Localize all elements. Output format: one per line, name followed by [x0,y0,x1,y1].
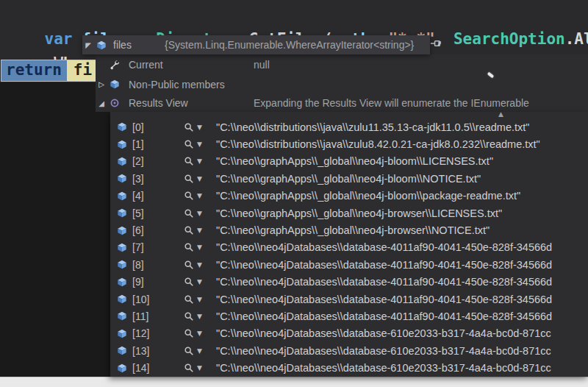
item-value: "C:\\neo\\neo4jDatabases\\database-610e2… [216,345,551,357]
results-list-item[interactable]: [12] ▼"C:\\neo\\neo4jDatabases\\database… [110,325,588,342]
member-label: Current [129,59,163,71]
code-line-3-selection: return fi [1,60,106,82]
results-list-item[interactable]: [1] ▼"C:\\neo\\distributions\\java\\zulu… [110,135,588,152]
results-list-item[interactable]: [4] ▼"C:\\neo\\graphApps\\_global\\neo4j… [110,188,588,205]
text-visualizer-button[interactable]: ▼ [184,346,210,356]
text-visualizer-button[interactable]: ▼ [184,122,210,132]
item-index: [2] [129,155,165,167]
results-list-item[interactable]: [9] ▼"C:\\neo\\neo4jDatabases\\database-… [110,274,588,291]
code-token: .Al [565,30,588,48]
results-view-icon-cell [107,98,122,108]
magnifier-icon[interactable] [184,174,194,184]
text-visualizer-button[interactable]: ▼ [184,242,210,252]
magnifier-icon[interactable] [184,277,194,287]
text-visualizer-button[interactable]: ▼ [184,156,210,166]
magnifier-icon[interactable] [184,311,194,322]
variable-value: {System.Linq.Enumerable.WhereArrayIterat… [165,39,428,51]
text-visualizer-button[interactable]: ▼ [184,311,210,322]
results-list-item[interactable]: [5] ▼"C:\\neo\\graphApps\\_global\\neo4j… [110,205,588,221]
visualizer-dropdown-caret[interactable]: ▼ [197,157,202,165]
magnifier-icon[interactable] [184,122,194,132]
visualizer-dropdown-caret[interactable]: ▼ [197,175,202,182]
magnifier-icon[interactable] [184,225,194,235]
item-index: [8] [129,259,165,271]
visualizer-dropdown-caret[interactable]: ▼ [197,192,202,199]
visualizer-dropdown-caret[interactable]: ▼ [197,124,202,131]
item-value: "C:\\neo\\graphApps\\_global\\neo4j-bloo… [216,190,520,202]
item-index: [14] [129,362,165,374]
variable-cube-icon [117,140,127,149]
item-cube-icon-cell [115,363,129,373]
member-value: null [254,59,577,71]
visualizer-dropdown-caret[interactable]: ▼ [197,330,202,337]
results-list-item[interactable]: [2] ▼"C:\\neo\\graphApps\\_global\\neo4j… [110,153,588,170]
variable-cube-icon [117,311,127,321]
item-index: [11] [129,310,165,322]
item-cube-icon-cell [115,243,129,252]
visualizer-dropdown-caret[interactable]: ▼ [197,210,202,217]
results-list-item[interactable]: [7] ▼"C:\\neo\\neo4jDatabases\\database-… [110,239,588,256]
visualizer-dropdown-caret[interactable]: ▼ [197,261,202,269]
magnifier-icon[interactable] [184,139,194,149]
magnifier-icon[interactable] [184,242,194,252]
magnifier-icon[interactable] [184,208,194,219]
results-list-item[interactable]: [11] ▼"C:\\neo\\neo4jDatabases\\database… [110,308,588,324]
visualizer-dropdown-caret[interactable]: ▼ [197,313,202,320]
magnifier-icon[interactable] [184,346,194,356]
visualizer-dropdown-caret[interactable]: ▼ [197,227,202,234]
item-index: [1] [129,138,165,150]
variable-cube-icon [110,79,120,89]
results-list-item[interactable]: [10] ▼"C:\\neo\\neo4jDatabases\\database… [110,291,588,308]
selected-keyword-return: return [1,60,67,81]
magnifier-icon[interactable] [184,294,194,305]
visualizer-dropdown-caret[interactable]: ▼ [197,244,202,251]
visualizer-dropdown-caret[interactable]: ▼ [197,364,202,372]
magnifier-icon[interactable] [184,363,194,373]
text-visualizer-button[interactable]: ▼ [184,260,210,270]
item-value: "C:\\neo\\neo4jDatabases\\database-610e2… [216,362,551,374]
scroll-up-arrow[interactable]: ▲ [498,112,503,118]
results-list-item[interactable]: [6] ▼"C:\\neo\\graphApps\\_global\\neo4j… [110,221,588,238]
text-visualizer-button[interactable]: ▼ [184,174,210,184]
results-list-item[interactable]: [14] ▼"C:\\neo\\neo4jDatabases\\database… [110,359,588,376]
magnifier-icon[interactable] [184,260,194,270]
text-visualizer-button[interactable]: ▼ [184,277,210,287]
collapse-triangle-icon[interactable]: ◤ [82,41,94,49]
visualizer-dropdown-caret[interactable]: ▼ [197,296,202,303]
results-list-item[interactable]: [0] ▼"C:\\neo\\distributions\\java\\zulu… [110,118,588,135]
magnifier-icon[interactable] [184,328,194,338]
results-list-item[interactable]: [13] ▼"C:\\neo\\neo4jDatabases\\database… [110,342,588,359]
text-visualizer-button[interactable]: ▼ [184,208,210,219]
item-index: [7] [129,241,165,253]
item-value: "C:\\neo\\neo4jDatabases\\database-4011a… [216,259,552,271]
datatip-row-nonpublic[interactable]: ▷ Non-Public members [96,74,588,94]
pin-to-source-button[interactable] [430,38,441,52]
item-index: [6] [129,224,165,236]
results-list-item[interactable]: [3] ▼"C:\\neo\\graphApps\\_global\\neo4j… [110,170,588,187]
visualizer-dropdown-caret[interactable]: ▼ [197,347,202,355]
text-visualizer-button[interactable]: ▼ [184,294,210,305]
visualizer-dropdown-caret[interactable]: ▼ [197,141,202,148]
collapse-triangle-icon[interactable]: ◢ [96,99,107,107]
datatip-row-current[interactable]: Current null [96,54,588,74]
text-visualizer-button[interactable]: ▼ [184,225,210,235]
results-list-item[interactable]: [8] ▼"C:\\neo\\neo4jDatabases\\database-… [110,256,588,273]
magnifier-icon[interactable] [184,156,194,166]
variable-cube-icon [96,40,107,50]
variable-cube-icon [117,243,127,252]
item-cube-icon-cell [115,140,129,149]
expand-triangle-icon[interactable]: ▷ [96,80,107,88]
member-label: Non-Public members [129,79,225,90]
magnifier-icon[interactable] [184,191,194,201]
text-visualizer-button[interactable]: ▼ [184,328,210,338]
item-cube-icon-cell [115,277,129,287]
text-visualizer-button[interactable]: ▼ [184,139,210,149]
datatip-header-row[interactable]: ◤ files {System.Linq.Enumerable.WhereArr… [82,35,430,54]
datatip-row-results-view[interactable]: ◢ Results View Expanding the Results Vie… [96,94,588,112]
visualizer-dropdown-caret[interactable]: ▼ [197,278,202,285]
item-value: "C:\\neo\\graphApps\\_global\\neo4j-brow… [216,224,490,236]
text-visualizer-button[interactable]: ▼ [184,191,210,201]
item-cube-icon-cell [115,174,129,183]
variable-name: files [113,39,132,51]
text-visualizer-button[interactable]: ▼ [184,363,210,373]
